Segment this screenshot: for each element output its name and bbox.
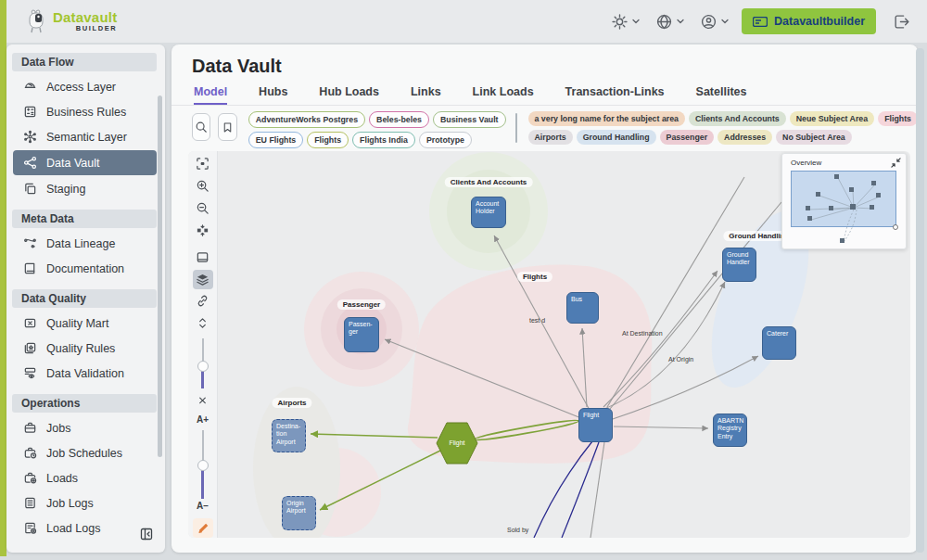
edit-mode-button[interactable] (193, 518, 213, 538)
bookmark-button[interactable] (218, 113, 236, 141)
tab-links[interactable]: Links (411, 85, 441, 105)
model-chip[interactable]: EU Flights (248, 132, 304, 148)
sidebar-item-semantic-layer[interactable]: Semantic Layer (6, 124, 165, 149)
theme-menu[interactable] (608, 10, 643, 33)
toggle-panel-button[interactable] (193, 248, 213, 267)
sidebar-collapse-button[interactable] (136, 524, 157, 544)
area-label-passenger: Passenger (337, 299, 386, 310)
business-rules-icon (23, 105, 37, 119)
fit-to-screen-button[interactable] (193, 154, 213, 173)
sidebar-item-label: Loads (46, 472, 78, 485)
model-canvas[interactable]: A+ A− Clients And Accounts Passenger Fli… (188, 151, 910, 538)
expand-collapse-button[interactable] (193, 313, 213, 333)
layers-button[interactable] (193, 270, 213, 289)
sidebar-item-label: Access Layer (46, 81, 116, 94)
sidebar-item-label: Quality Rules (46, 342, 115, 355)
subject-chip[interactable]: Flights (878, 111, 918, 126)
tenant-button[interactable]: Datavaultbuilder (742, 8, 876, 34)
sidebar-item-documentation[interactable]: Documentation (6, 256, 165, 281)
semantic-layer-icon (23, 130, 37, 144)
canvas-toolbar: A+ A− (188, 151, 218, 538)
model-chip[interactable]: AdventureWorks Postgres (248, 111, 365, 128)
hub-node-flight[interactable]: Flight (578, 408, 613, 442)
filter-toolbar: AdventureWorks Postgres Beles-beles Busi… (171, 111, 918, 150)
font-increase-label[interactable]: A+ (197, 414, 209, 425)
sidebar-item-access-layer[interactable]: Access Layer (6, 74, 165, 99)
font-size-slider-knob[interactable] (197, 460, 209, 471)
theme-sun-icon (612, 14, 628, 30)
sidebar-item-quality-rules[interactable]: Quality Rules (6, 336, 165, 361)
tab-transaction-links[interactable]: Transaction-Links (565, 85, 665, 105)
hub-node-origin-airport[interactable]: Origin Airport (282, 496, 316, 530)
chip-group-divider (515, 113, 517, 143)
zoom-in-button[interactable] (193, 176, 213, 196)
tenant-button-label: Datavaultbuilder (774, 15, 865, 28)
zoom-out-button[interactable] (193, 198, 213, 218)
load-logs-icon (23, 521, 37, 535)
sidebar-item-quality-mart[interactable]: Quality Mart (6, 311, 165, 336)
subject-chip[interactable]: Ground Handling (577, 130, 656, 145)
overview-resize-handle[interactable] (894, 225, 898, 230)
subject-chip[interactable]: Addresses (717, 130, 772, 145)
logout-button[interactable] (889, 9, 914, 34)
tab-model[interactable]: Model (194, 85, 227, 105)
sidebar-item-job-logs[interactable]: Job Logs (6, 490, 165, 515)
documentation-icon (23, 261, 37, 275)
sidebar-item-data-lineage[interactable]: Data Lineage (6, 231, 165, 256)
tab-satellites[interactable]: Satellites (696, 85, 747, 105)
hub-node-passenger[interactable]: Passen­ger (344, 317, 379, 352)
link-mode-button[interactable] (193, 292, 213, 312)
model-chip[interactable]: Beles-beles (369, 111, 429, 128)
hub-node-account-holder[interactable]: Account Holder (471, 197, 506, 228)
tab-link-loads[interactable]: Link Loads (473, 85, 534, 105)
sidebar-item-business-rules[interactable]: Business Rules (6, 99, 165, 124)
staging-icon (23, 182, 37, 196)
hub-node-abartn-registry-entry[interactable]: ABARTN Registry Entry (713, 414, 747, 447)
subject-chip[interactable]: Passenger (660, 130, 715, 145)
subject-chip[interactable]: Neue Subject Area (790, 111, 874, 126)
edge-label-test-d: test d (529, 317, 545, 324)
hub-node-ground-handler[interactable]: Ground Handler (722, 248, 756, 282)
font-size-slider[interactable] (197, 430, 210, 495)
zoom-slider[interactable] (197, 338, 210, 386)
fold-icon (197, 393, 208, 405)
unfold-icon (197, 317, 208, 329)
subject-chip[interactable]: Airports (528, 130, 573, 145)
search-button[interactable] (192, 113, 210, 141)
sidebar-item-data-vault[interactable]: Data Vault (13, 150, 157, 175)
sidebar-scrollbar-thumb[interactable] (158, 95, 162, 457)
font-decrease-label[interactable]: A− (197, 501, 209, 511)
model-chip[interactable]: Prototype (419, 132, 472, 148)
subject-chip[interactable]: a very long name for the subject area (528, 111, 685, 126)
overview-graph (782, 154, 906, 248)
zoom-slider-knob[interactable] (197, 361, 209, 372)
data-validation-icon (23, 366, 37, 380)
fit-screen-icon (196, 157, 210, 171)
subject-chip[interactable]: Clients And Accounts (689, 111, 786, 126)
sidebar-item-loads[interactable]: Loads (6, 465, 165, 490)
fold-button[interactable] (193, 389, 213, 409)
job-logs-icon (23, 496, 37, 510)
collapse-panel-icon (139, 527, 154, 541)
model-chip[interactable]: Business Vault (433, 111, 506, 128)
hub-node-caterer[interactable]: Caterer (762, 326, 796, 360)
tab-hubs[interactable]: Hubs (259, 85, 287, 105)
model-chip[interactable]: Flights India (352, 132, 415, 148)
hub-node-bus[interactable]: Bus (566, 292, 599, 324)
sidebar-item-staging[interactable]: Staging (6, 176, 165, 201)
sidebar-item-job-schedules[interactable]: Job Schedules (6, 440, 165, 465)
sidebar-item-data-validation[interactable]: Data Validation (6, 361, 165, 386)
align-nodes-button[interactable] (193, 221, 213, 240)
tab-hub-loads[interactable]: Hub Loads (319, 85, 379, 105)
sidebar-item-label: Documentation (46, 262, 124, 275)
logo-mascot-icon (25, 8, 49, 34)
edge-label-sold-by: Sold by (507, 527, 528, 533)
hub-node-destination-airport[interactable]: Destina­tion Airport (272, 419, 306, 452)
user-menu[interactable] (697, 10, 732, 33)
language-menu[interactable] (653, 10, 688, 33)
logo-title: Datavault (53, 10, 117, 24)
model-chip[interactable]: Flights (307, 132, 349, 148)
sidebar-item-jobs[interactable]: Jobs (6, 415, 165, 440)
window-scrollbar-track[interactable] (916, 48, 924, 553)
subject-chip[interactable]: No Subject Area (776, 130, 852, 145)
